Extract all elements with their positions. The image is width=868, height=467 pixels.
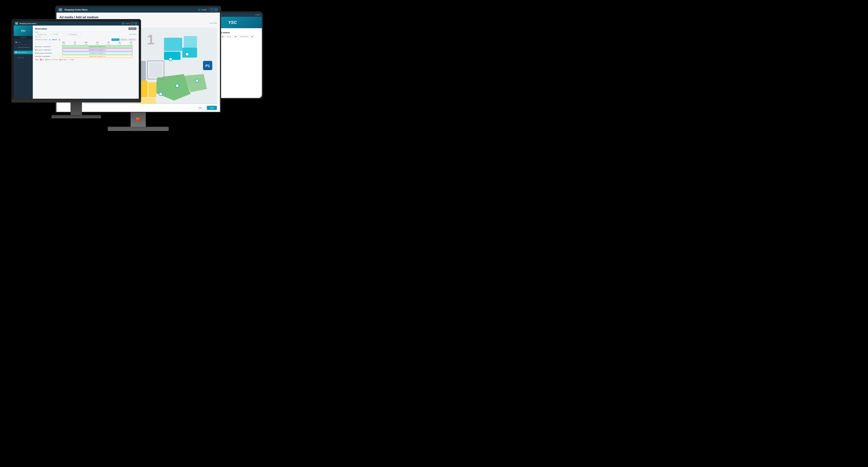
- sidebar-item-add-media[interactable]: + Add Media Management: [14, 46, 33, 49]
- campaign-info-icon-1[interactable]: ℹ: [51, 49, 51, 51]
- switch-button[interactable]: ⇄ SWITCH: [14, 36, 33, 39]
- sidebar-item-sales[interactable]: 📊 Sales Management: [14, 51, 33, 54]
- campaign-bar-cell-1: DreamWork 17.03 - 25.03.2019 ( 0 / 1 ): [58, 49, 136, 51]
- front-monitor-bottom-bar: [11, 99, 141, 102]
- svg-rect-7: [182, 48, 197, 58]
- front-screen-content: Shopping Center Name 🌐 English ? 👤 Y: [14, 21, 139, 99]
- campaign-row-2: Happy Campaign - AAdub44452301 ℹ AcmeCME…: [35, 52, 136, 55]
- calendar-dates-row: 18 Mar 19 Mar 20 Mar 21 Mar 22 Mar 23 Ma…: [35, 43, 136, 45]
- back-hamburger-icon[interactable]: [59, 8, 62, 11]
- front-nav-right: 🌐 English ? 👤: [122, 22, 137, 25]
- campaign-rows: Promo place 1 - AAdsb44452101 ℹ DreamWor…: [35, 45, 136, 58]
- sales-icon: 📊: [15, 52, 17, 53]
- campaign-label-3: Brand Bash - AAdub120909238 ℹ: [35, 56, 58, 57]
- switch-icon: ⇄: [21, 37, 22, 38]
- legend-offered-label: Offered: [47, 59, 51, 60]
- back-page-title: Ad media / Add ad medium: [59, 15, 217, 19]
- back-button[interactable]: Back: [195, 106, 205, 110]
- tablet-lang: English: [255, 14, 260, 15]
- cal-day-sun: SUN: [125, 41, 136, 43]
- front-user-icon[interactable]: 👤: [134, 22, 137, 25]
- legend-notavail-label: Not available: [61, 59, 67, 60]
- tablet-logo: YSC: [228, 20, 237, 25]
- cal-date-21: 21 Mar: [92, 43, 103, 45]
- legend-offered: Offered: [45, 59, 51, 60]
- back-user-icon[interactable]: 👤: [214, 8, 218, 11]
- campaign-bar-1: DreamWork 17.03 - 25.03.2019 ( 0 / 1 ): [62, 49, 133, 51]
- legend-offered-box: [45, 59, 47, 60]
- front-app-ui: Shopping Center Name 🌐 English ? 👤 Y: [14, 21, 139, 99]
- sidebar-item-home-label: Home: [18, 42, 21, 43]
- add-media-icon: +: [15, 47, 17, 48]
- cal-date-22: 22 Mar: [103, 43, 114, 45]
- svg-rect-5: [164, 38, 182, 51]
- campaign-info-icon-0[interactable]: ℹ: [51, 46, 51, 47]
- weekly-view-btn[interactable]: Weekly View: [112, 38, 119, 41]
- legend-sold-label: Sold: [42, 59, 44, 60]
- show-more-link[interactable]: Show more: [35, 36, 136, 37]
- real-estate-select[interactable]: -- Real estate or area --: [35, 33, 51, 35]
- tablet-ad-types-select[interactable]: Ad types -: [225, 35, 237, 38]
- front-monitor-base: [52, 115, 101, 118]
- campaign-name-0: Promo place 1 - AAdsb44452101: [36, 46, 50, 47]
- campaign-dot-3: [35, 56, 36, 57]
- front-monitor-bezel: Shopping Center Name 🌐 English ? 👤 Y: [11, 19, 141, 99]
- sidebar-item-admin[interactable]: + Admin Tools: [14, 56, 33, 59]
- front-info-icon[interactable]: ?: [131, 22, 133, 25]
- cal-date-24: 24 Mar: [125, 43, 136, 45]
- legend-reserved-label: Reserved: [54, 59, 58, 60]
- sidebar-logo: Y SC: [14, 26, 33, 36]
- front-globe-icon: 🌐: [122, 23, 124, 25]
- cal-date-19: 19 Mar: [69, 43, 81, 45]
- cal-day-tue: TUE: [69, 41, 81, 43]
- ad-types-select[interactable]: -- Ad types --: [52, 33, 65, 35]
- campaign-row-0: Promo place 1 - AAdsb44452101 ℹ DreamWor…: [35, 45, 136, 48]
- campaign-bar-cell-2: AcmeCME 10.03 - 21.03.2019 ( 0 / 1 ): [58, 52, 136, 55]
- campaign-info-icon-2[interactable]: ℹ: [52, 53, 53, 54]
- ad-media-wrap: -- Ad media groups --: [66, 33, 81, 35]
- legend-row: Legend Sold Offered: [35, 59, 136, 60]
- ad-media-select[interactable]: -- Ad media groups --: [66, 33, 81, 35]
- reserve-button[interactable]: Reserve: [128, 27, 136, 30]
- back-globe-icon: 🌐: [198, 9, 200, 11]
- home-icon: 🏠: [15, 41, 17, 43]
- reservation-header: Reservation Reserve: [35, 27, 136, 30]
- sidebar-nav: 🏠 Home + Add Media Management 📊: [14, 39, 33, 61]
- next-button[interactable]: Next: [207, 106, 217, 110]
- filter-section-label: Select: [35, 31, 136, 33]
- cal-date-18: 18 Mar: [58, 43, 69, 45]
- legend-reserved-box: [52, 59, 53, 60]
- svg-point-17: [185, 53, 189, 56]
- back-edit-link[interactable]: See & Edit: [210, 22, 217, 24]
- campaign-row-3: Brand Bash - AAdub120909238 ℹ Nordic Me …: [35, 55, 136, 58]
- cal-day-fri: FRI: [103, 41, 114, 43]
- switch-label: SWITCH: [22, 37, 26, 38]
- filters-row: -- Real estate or area -- -- Ad types --: [35, 33, 136, 35]
- front-hamburger-icon[interactable]: [15, 23, 18, 24]
- svg-point-20: [159, 92, 162, 95]
- front-monitor-neck: [70, 102, 82, 116]
- sidebar-logo-y: Y: [21, 29, 23, 32]
- svg-text:P1: P1: [206, 64, 210, 68]
- cal-date-23: 23 Mar: [114, 43, 125, 45]
- week-nav-label: Select period / last week: [35, 39, 48, 40]
- quarterly-view-btn[interactable]: Quarterly View: [128, 38, 136, 41]
- back-info-icon[interactable]: ?: [210, 8, 214, 11]
- reservation-title: Reservation: [35, 28, 47, 30]
- campaign-bar-0: DreamWork 10.03 - 23.03.2019 ( 0 / 1 ): [62, 45, 133, 48]
- tablet-ad-media-select[interactable]: Ad media groups: [238, 35, 254, 38]
- week-next-button[interactable]: ▶: [59, 39, 61, 40]
- svg-rect-6: [184, 36, 197, 48]
- campaign-info-icon-3[interactable]: ℹ: [50, 56, 51, 57]
- svg-point-19: [176, 84, 179, 87]
- clear-filters-link[interactable]: Clear all filters: [129, 34, 136, 35]
- sidebar-item-home[interactable]: 🏠 Home: [14, 40, 33, 44]
- week-prev-button[interactable]: ◀: [49, 39, 50, 40]
- front-top-nav: Shopping Center Name 🌐 English ? 👤: [14, 21, 139, 26]
- campaign-bar-2: AcmeCME 10.03 - 21.03.2019 ( 0 / 1 ): [62, 52, 133, 55]
- front-content-area: Reservation Reserve Select -- Real estat…: [33, 26, 139, 99]
- monthly-view-btn[interactable]: Monthly View: [120, 38, 128, 41]
- legend-reserved: Reserved: [52, 59, 58, 60]
- svg-rect-12: [148, 82, 156, 97]
- cal-day-mon: MON: [58, 41, 69, 43]
